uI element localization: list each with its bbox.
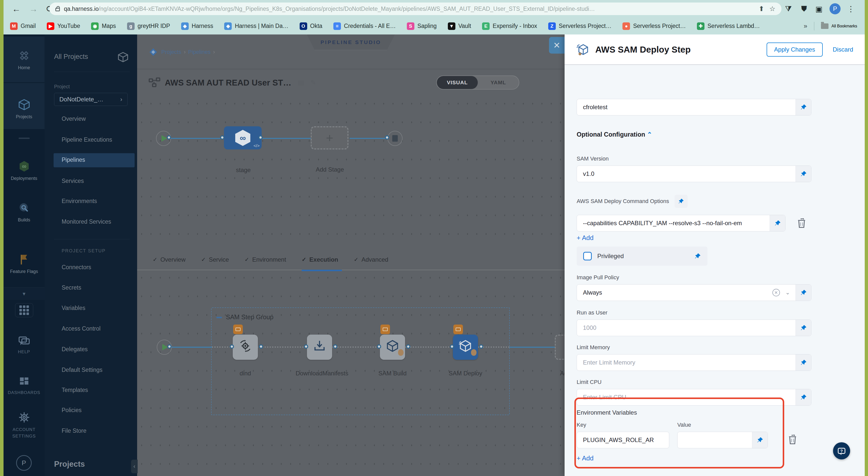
pin-suffix[interactable] (796, 389, 811, 405)
pin-suffix[interactable] (796, 285, 811, 300)
collapse-modules-button[interactable]: ▾ (3, 287, 44, 300)
back-icon[interactable]: ← (12, 4, 21, 14)
pin-suffix[interactable] (796, 320, 811, 336)
bookmark-serverless-lambd-[interactable]: ✚Serverless Lambd… (697, 22, 760, 30)
step-node-dind[interactable] (233, 335, 258, 360)
bookmark-greythr-idp[interactable]: ggreytHR IDP (127, 22, 170, 30)
project-selector[interactable]: DoNotDelete_… › (54, 93, 128, 106)
bookmark-okta[interactable]: OOkta (300, 22, 322, 30)
all-projects-link[interactable]: All Projects (54, 53, 88, 61)
add-cmd-option-link[interactable]: + Add (577, 234, 593, 242)
sidebar-item-pipelines[interactable]: Pipelines (54, 153, 134, 167)
module-home[interactable]: Home (3, 50, 44, 70)
tab-environment[interactable]: ✓Environment (245, 256, 286, 263)
collapse-group-icon[interactable] (216, 317, 222, 318)
edit-pencil-icon[interactable]: ✎ (311, 79, 316, 87)
stage-node[interactable]: ∞ </> (224, 126, 262, 150)
sidebar-item-services[interactable]: Services (62, 178, 84, 184)
energy-saver-icon[interactable]: ⛊ (801, 4, 807, 13)
pin-suffix[interactable] (796, 99, 811, 115)
profile-avatar[interactable]: P (830, 3, 841, 14)
tab-overview[interactable]: ✓Overview (153, 256, 185, 263)
sidebar-item-account-settings[interactable]: ACCOUNT SETTINGS (3, 412, 44, 439)
pin-suffix[interactable] (796, 166, 811, 182)
sidebar-item-monitored-services[interactable]: Monitored Services (62, 218, 111, 225)
bookmark-credentials-all-e-[interactable]: ≡Credentials - All E… (333, 22, 396, 30)
module-deployments[interactable]: ∞Deployments (3, 160, 44, 181)
sidebar-item-default-settings[interactable]: Default Settings (62, 367, 102, 373)
add-step-node[interactable]: + (555, 335, 565, 360)
sidebar-item-variables[interactable]: Variables (62, 305, 85, 312)
sidebar-collapse-handle[interactable]: ‹ (131, 459, 137, 473)
star-icon[interactable]: ☆ (769, 5, 775, 13)
bookmark-harness-main-da-[interactable]: ◈Harness | Main Da… (224, 22, 288, 30)
close-studio-button[interactable]: ✕ (549, 37, 565, 54)
tab-advanced[interactable]: ✓Advanced (354, 256, 388, 263)
all-bookmarks-label[interactable]: All Bookmarks (832, 24, 857, 28)
bookmark-harness[interactable]: ◈Harness (181, 22, 213, 30)
sidebar-item-file-store[interactable]: File Store (62, 427, 86, 434)
apply-changes-button[interactable]: Apply Changes (767, 42, 823, 57)
env-key-input[interactable] (577, 432, 669, 448)
help-fab[interactable]: ? (833, 442, 850, 459)
bookmarks-overflow[interactable]: » (804, 22, 807, 30)
bookmark-maps[interactable]: ◉Maps (91, 22, 116, 30)
sidebar-item-environments[interactable]: Environments (62, 198, 97, 204)
sidebar-item-connectors[interactable]: Connectors (62, 264, 91, 271)
pin-suffix[interactable] (770, 215, 785, 231)
discard-button[interactable]: Discard (833, 46, 853, 53)
sidebar-item-dashboards[interactable]: DASHBOARDS (3, 377, 44, 395)
url-bar[interactable]: qa.harness.io/ng/account/OgiB4-xETamKNVA… (49, 2, 781, 15)
sidebar-item-secrets[interactable]: Secrets (62, 284, 81, 291)
bookmark-expensify-inbox[interactable]: EExpensify - Inbox (482, 22, 537, 30)
sam-version-input[interactable] (577, 166, 796, 182)
bookmark-serverless-project-[interactable]: ZServerless Project… (548, 22, 612, 30)
bookmark-serverless-project-[interactable]: ●Serverless Project… (622, 22, 686, 30)
bookmark-vault[interactable]: ▼Vault (448, 22, 471, 30)
module-projects[interactable]: Projects (3, 99, 44, 120)
step-node-sam-build[interactable] (380, 335, 405, 360)
url-text[interactable]: qa.harness.io/ng/account/OgiB4-xETamKNVA… (64, 5, 753, 12)
step-node-downloadmanifests[interactable] (307, 335, 332, 360)
pin-button[interactable] (675, 195, 688, 208)
sidebar-item-help[interactable]: ? HELP (3, 337, 44, 354)
tab-execution[interactable]: ✓Execution (302, 256, 338, 263)
run-as-user-input[interactable] (577, 320, 796, 336)
sidebar-item-pipeline-executions[interactable]: Pipeline Executions (62, 136, 112, 143)
breadcrumb-projects[interactable]: Projects (161, 49, 181, 55)
pin-icon[interactable] (694, 253, 701, 259)
optional-config-heading[interactable]: Optional Configuration ⌃ (577, 131, 652, 138)
clear-icon[interactable]: ✕ (772, 289, 780, 296)
env-value-input[interactable] (678, 432, 752, 448)
toggle-yaml[interactable]: YAML (478, 76, 519, 89)
sidebar-item-access-control[interactable]: Access Control (62, 325, 101, 332)
step-node-sam-deploy[interactable] (453, 335, 478, 360)
tab-service[interactable]: ✓Service (201, 256, 229, 263)
add-env-var-link[interactable]: + Add (577, 454, 593, 462)
breadcrumb-pipelines[interactable]: Pipelines (188, 49, 211, 55)
module-feature-flags[interactable]: Feature Flags (3, 254, 44, 274)
apps-grid-button[interactable] (15, 303, 33, 317)
pin-suffix[interactable] (752, 432, 768, 448)
limit-memory-input[interactable] (577, 354, 796, 371)
share-icon[interactable]: ⬆ (758, 5, 764, 13)
sidebar-item-delegates[interactable]: Delegates (62, 346, 88, 353)
sidebar-item-policies[interactable]: Policies (62, 407, 82, 414)
delete-cmd-option-icon[interactable] (797, 217, 807, 229)
sidebar-icon[interactable]: ▣ (815, 4, 823, 13)
delete-env-var-icon[interactable] (787, 434, 798, 445)
add-stage-node[interactable]: + (311, 126, 348, 150)
sidebar-item-templates[interactable]: Templates (62, 387, 88, 393)
forward-icon[interactable]: → (29, 4, 38, 14)
role-input[interactable] (577, 99, 796, 115)
image-pull-select[interactable] (577, 285, 796, 300)
extensions-icon[interactable]: ⧩ (785, 4, 792, 13)
bookmark-youtube[interactable]: ▶YouTube (47, 22, 80, 30)
sidebar-item-overview[interactable]: Overview (62, 116, 86, 122)
module-builds[interactable]: Builds (3, 202, 44, 223)
pin-suffix[interactable] (796, 354, 811, 371)
bookmark-gmail[interactable]: MGmail (10, 22, 36, 30)
bookmark-sapling[interactable]: SSapling (407, 22, 437, 30)
chevron-down-icon[interactable]: ⌄ (785, 289, 790, 296)
user-avatar[interactable]: P (16, 455, 32, 471)
